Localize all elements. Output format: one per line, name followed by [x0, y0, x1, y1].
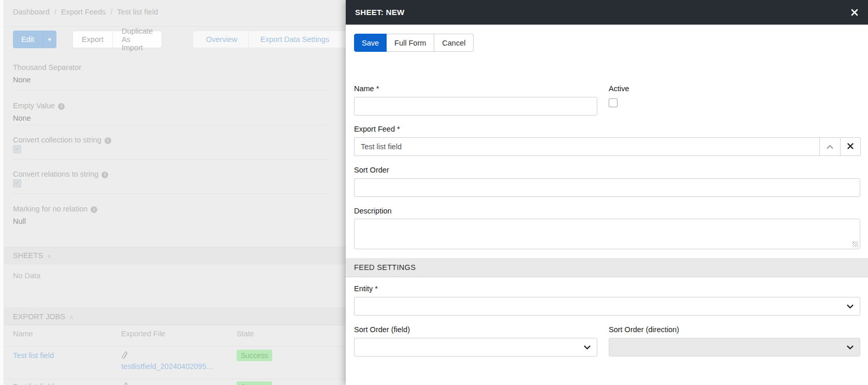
chevron-down-icon [847, 304, 854, 309]
feed-settings-section-header: FEED SETTINGS [346, 258, 868, 277]
export-feed-label: Export Feed * [354, 125, 400, 133]
chevron-up-icon [827, 142, 833, 151]
chevron-down-icon [584, 345, 591, 350]
select-record-button[interactable] [819, 137, 840, 156]
export-feed-field: Test list field [354, 137, 861, 156]
screen: Dashboard/Export Feeds/Test list field E… [0, 0, 868, 385]
modal-title: SHEET: NEW [355, 8, 405, 17]
sort-order-direction-select[interactable] [609, 338, 860, 357]
modal-backdrop[interactable] [0, 0, 347, 385]
cancel-button[interactable]: Cancel [434, 34, 474, 52]
resize-grip-icon[interactable] [852, 241, 858, 247]
sort-order-label: Sort Order [354, 166, 389, 174]
save-button[interactable]: Save [354, 34, 387, 52]
sort-order-direction-label: Sort Order (direction) [609, 325, 679, 334]
sort-order-field-select[interactable] [354, 338, 597, 357]
feed-settings-title: FEED SETTINGS [354, 263, 416, 272]
sheet-new-modal: SHEET: NEW Save Full Form Cancel Name * … [346, 0, 868, 385]
active-label: Active [609, 84, 629, 93]
sort-order-field-label: Sort Order (field) [354, 325, 410, 334]
description-textarea[interactable] [354, 219, 860, 249]
sort-order-input[interactable] [354, 178, 860, 197]
active-checkbox[interactable] [609, 98, 617, 107]
modal-header: SHEET: NEW [346, 0, 868, 25]
close-icon[interactable] [850, 8, 859, 17]
clear-record-button[interactable] [840, 137, 861, 156]
name-label: Name * [354, 84, 379, 93]
description-label: Description [354, 207, 392, 215]
chevron-down-icon [847, 345, 854, 350]
name-input[interactable] [354, 97, 597, 116]
entity-label: Entity * [354, 284, 378, 293]
entity-select[interactable] [354, 297, 860, 316]
modal-actions: Save Full Form Cancel [354, 34, 474, 52]
clear-x-icon [847, 142, 854, 151]
full-form-button[interactable]: Full Form [387, 34, 434, 52]
export-feed-value[interactable]: Test list field [354, 137, 819, 156]
